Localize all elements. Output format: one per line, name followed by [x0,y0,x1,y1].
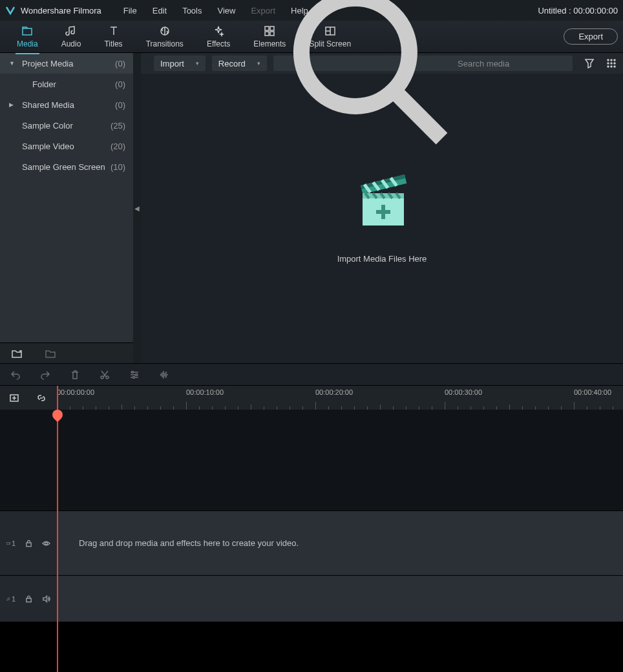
sidebar-item-count: (10) [111,162,125,172]
menu-item-view[interactable]: View [211,3,242,18]
sidebar-item-sample-green-screen[interactable]: Sample Green Screen(10) [0,156,133,177]
music-icon [65,25,77,37]
tab-transitions[interactable]: Transitions [134,21,195,52]
svg-point-24 [133,376,135,378]
playhead-line [57,410,58,672]
grid-view-icon[interactable] [606,58,617,68]
ruler-tick-label: 00:00:00:00 [57,388,94,396]
svg-rect-26 [6,542,9,544]
svg-rect-29 [26,598,31,602]
timeline-hint-text: Drag and drop media and effects here to … [79,538,299,548]
sidebar-item-label: Sample Green Screen [22,162,111,172]
lock-icon[interactable] [25,539,33,548]
sidebar-item-label: Shared Media [22,100,115,110]
search-input[interactable] [458,59,566,68]
sidebar-item-folder[interactable]: Folder(0) [0,74,133,94]
export-button[interactable]: Export [564,28,618,45]
delete-icon[interactable] [70,370,80,380]
record-dropdown[interactable]: Record▾ [212,56,267,71]
redo-icon[interactable] [40,370,50,380]
expand-arrow-icon: ▶ [9,101,16,108]
add-track-icon[interactable] [9,393,19,403]
cut-icon[interactable] [100,370,110,380]
sidebar-item-sample-video[interactable]: Sample Video(20) [0,136,133,156]
sidebar-item-count: (0) [115,100,125,110]
media-sidebar: ▼Project Media(0)Folder(0)▶Shared Media(… [0,53,133,363]
tab-effects[interactable]: Effects [195,21,242,52]
ruler-scale[interactable]: 00:00:00:0000:00:10:0000:00:20:0000:00:3… [57,386,623,410]
svg-point-23 [136,373,138,375]
folder-icon [21,25,33,37]
panel-splitter[interactable]: ◀ [133,53,141,363]
sidebar-item-sample-color[interactable]: Sample Color(25) [0,115,133,136]
new-folder-icon[interactable] [12,349,22,358]
undo-icon[interactable] [10,370,21,380]
sidebar-item-label: Project Media [22,59,115,68]
sidebar-item-count: (0) [115,59,125,68]
svg-point-21 [106,376,109,379]
media-drop-zone[interactable]: Import Media Files Here [141,74,623,363]
svg-point-10 [607,63,609,64]
search-box[interactable] [273,56,573,71]
sidebar-item-count: (25) [111,121,125,131]
project-time: 00:00:00:00 [573,6,618,16]
svg-point-20 [101,376,103,379]
sidebar-item-label: Sample Video [22,142,111,151]
ruler-tick-label: 00:00:10:00 [186,388,224,396]
sparkle-icon [213,25,224,37]
menu-item-edit[interactable]: Edit [146,3,173,18]
import-dropdown[interactable]: Import▾ [154,56,206,71]
chevron-down-icon: ▾ [196,60,199,67]
audio-track: 1 [0,575,623,622]
content-toolbar: Import▾ Record▾ [141,53,623,74]
svg-point-13 [607,66,609,67]
menu-item-tools[interactable]: Tools [176,3,208,18]
svg-rect-3 [265,32,269,36]
svg-point-22 [132,371,134,373]
menu-item-file[interactable]: File [117,3,143,18]
tab-elements[interactable]: Elements [242,21,297,52]
chevron-down-icon: ▾ [257,60,260,67]
ruler-tick-label: 00:00:20:00 [315,388,353,396]
drop-zone-label: Import Media Files Here [337,254,427,264]
filter-icon[interactable] [584,58,595,68]
svg-point-11 [611,63,612,64]
expand-arrow-icon: ▼ [9,60,16,67]
mute-icon[interactable] [42,594,50,604]
video-track-body[interactable]: Drag and drop media and effects here to … [57,511,623,575]
transition-icon [159,25,171,37]
playhead[interactable] [57,386,58,410]
svg-point-8 [611,59,612,61]
svg-rect-0 [23,28,32,35]
tab-split-screen[interactable]: Split Screen [297,21,363,52]
timeline-ruler[interactable]: 00:00:00:0000:00:10:0000:00:20:0000:00:3… [0,385,623,410]
settings-icon[interactable] [129,370,140,380]
svg-point-7 [607,59,609,61]
tool-tabs-bar: MediaAudioTitlesTransitionsEffectsElemen… [0,21,623,53]
elements-icon [264,25,275,37]
timeline-tracks: 1 Drag and drop media and effects here t… [0,410,623,672]
tab-titles[interactable]: Titles [92,21,134,52]
sidebar-item-project-media[interactable]: ▼Project Media(0) [0,53,133,74]
lock-icon[interactable] [25,594,33,604]
timeline-header-left [0,386,57,410]
sidebar-item-shared-media[interactable]: ▶Shared Media(0) [0,94,133,115]
timeline-empty-area [0,622,623,672]
visibility-icon[interactable] [42,539,50,548]
svg-point-12 [614,63,615,64]
video-track-icon: 1 [6,539,16,548]
audio-adjust-icon[interactable] [159,370,169,380]
link-icon[interactable] [36,393,47,403]
main-panel: ▼Project Media(0)Folder(0)▶Shared Media(… [0,53,623,363]
svg-point-14 [611,66,612,67]
delete-folder-icon[interactable] [45,349,56,358]
media-content: Import▾ Record▾ [141,53,623,363]
ruler-tick-label: 00:00:40:00 [574,388,611,396]
sidebar-item-label: Folder [32,79,115,89]
tab-audio[interactable]: Audio [50,21,93,52]
svg-point-9 [614,59,615,61]
tab-media[interactable]: Media [5,21,50,52]
svg-rect-2 [270,26,274,30]
sidebar-item-label: Sample Color [22,121,111,131]
audio-track-body[interactable] [57,576,623,622]
